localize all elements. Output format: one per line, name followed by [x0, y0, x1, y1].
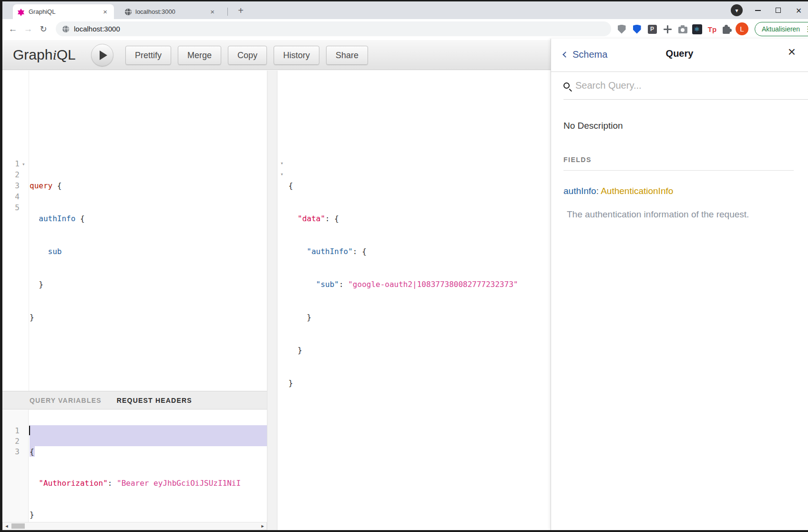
- execute-query-button[interactable]: [91, 44, 113, 66]
- browser-menu-icon[interactable]: ⋮: [804, 25, 808, 33]
- p-extension-icon[interactable]: P: [646, 23, 658, 35]
- request-headers-editor[interactable]: 1 2 3 { "Authorization": "Bearer eyJhbGc…: [2, 410, 267, 522]
- extensions-puzzle-icon[interactable]: [721, 23, 733, 35]
- no-description-text: No Description: [563, 121, 794, 131]
- response-pane: ▾ ▾ { "data": { "authInfo": { "sub": "go…: [277, 71, 551, 530]
- url-text: localhost:3000: [74, 25, 120, 33]
- doc-explorer-panel: Schema Query × No Description FIELDS aut…: [551, 39, 808, 530]
- history-button[interactable]: History: [274, 46, 319, 65]
- bitwarden-extension-icon[interactable]: [631, 23, 643, 35]
- tab-title: GraphiQL: [29, 8, 101, 15]
- search-icon: [563, 82, 570, 89]
- back-icon[interactable]: ←: [6, 22, 20, 36]
- doc-search-row: [563, 72, 808, 100]
- fold-arrow-icon[interactable]: ▾: [22, 161, 25, 167]
- prettify-button[interactable]: Prettify: [125, 46, 171, 65]
- tab-request-headers[interactable]: REQUEST HEADERS: [117, 397, 192, 404]
- headers-code[interactable]: { "Authorization": "Bearer eyJhbGciOiJSU…: [30, 426, 241, 522]
- update-button-label: Aktualisieren: [762, 25, 800, 33]
- text-cursor: [29, 426, 30, 435]
- forward-icon[interactable]: →: [21, 22, 35, 36]
- address-bar[interactable]: localhost:3000: [56, 21, 611, 36]
- fold-arrow-icon[interactable]: ▾: [280, 171, 284, 177]
- screenshot-extension-icon[interactable]: [676, 23, 689, 35]
- update-button[interactable]: Aktualisieren ⋮: [755, 22, 808, 36]
- scrollbar-thumb[interactable]: [11, 523, 25, 529]
- secondary-editor-tabbar: QUERY VARIABLES REQUEST HEADERS: [2, 391, 267, 409]
- tab-graphiql[interactable]: GraphiQL ×: [13, 4, 114, 19]
- doc-search-input[interactable]: [575, 80, 776, 91]
- fold-arrow-icon[interactable]: ▾: [280, 160, 284, 166]
- merge-button[interactable]: Merge: [178, 46, 221, 65]
- tp-extension-icon[interactable]: Tp: [706, 23, 718, 35]
- query-line-numbers: 1 2 3 4 5: [2, 158, 20, 213]
- minimize-button[interactable]: [747, 1, 768, 19]
- copy-button[interactable]: Copy: [228, 46, 267, 65]
- field-type-link[interactable]: AuthenticationInfo: [601, 186, 673, 196]
- new-tab-button[interactable]: +: [234, 4, 247, 17]
- window-close-button[interactable]: ×: [788, 1, 808, 19]
- window-left-edge: [0, 0, 2, 532]
- tab-query-variables[interactable]: QUERY VARIABLES: [30, 397, 102, 404]
- doc-explorer-header: Schema Query ×: [551, 39, 808, 72]
- react-devtools-extension-icon[interactable]: ⚛: [691, 23, 703, 35]
- headers-line-numbers: 1 2 3: [2, 426, 20, 457]
- window-top-edge: [0, 0, 808, 1]
- field-name-link[interactable]: authInfo: [563, 186, 596, 196]
- graphiql-logo: GraphiQL: [13, 47, 76, 63]
- profile-avatar[interactable]: L: [736, 22, 748, 35]
- tab-localhost[interactable]: localhost:3000 ×: [120, 4, 221, 19]
- tab-separator: [227, 8, 228, 16]
- browser-tab-strip: GraphiQL × localhost:3000 × + ▾ ×: [2, 1, 808, 19]
- doc-close-icon[interactable]: ×: [788, 45, 796, 59]
- globe-favicon-icon: [125, 9, 132, 15]
- tab-title: localhost:3000: [135, 8, 208, 15]
- tab-close-icon[interactable]: ×: [208, 7, 216, 16]
- doc-title: Query: [551, 48, 808, 59]
- field-description: The authentication information of the re…: [567, 209, 794, 220]
- tab-close-icon[interactable]: ×: [101, 7, 109, 16]
- move-extension-icon[interactable]: [661, 23, 674, 35]
- reload-icon[interactable]: ↻: [37, 22, 50, 36]
- window-bottom-edge: [0, 530, 808, 532]
- query-code[interactable]: query { authInfo { sub } }: [30, 158, 85, 345]
- graphql-logo-icon: [18, 8, 25, 16]
- media-controls-button[interactable]: ▾: [731, 4, 743, 16]
- ublock-extension-icon[interactable]: [615, 23, 628, 35]
- site-info-icon[interactable]: [62, 26, 69, 32]
- play-icon: [100, 51, 107, 60]
- response-json: { "data": { "authInfo": { "sub": "google…: [288, 158, 518, 410]
- browser-toolbar: ← → ↻ localhost:3000 P ⚛ Tp L Aktualisie…: [2, 19, 808, 39]
- scroll-right-icon[interactable]: ▸: [259, 522, 266, 530]
- scroll-left-icon[interactable]: ◂: [3, 522, 10, 530]
- pane-resizer-handle[interactable]: [267, 71, 277, 530]
- maximize-button[interactable]: [768, 1, 788, 19]
- share-button[interactable]: Share: [326, 46, 368, 65]
- fields-category-title: FIELDS: [563, 156, 794, 171]
- horizontal-scrollbar[interactable]: ◂ ▸: [2, 522, 267, 530]
- field-row: authInfo: AuthenticationInfo: [563, 186, 794, 196]
